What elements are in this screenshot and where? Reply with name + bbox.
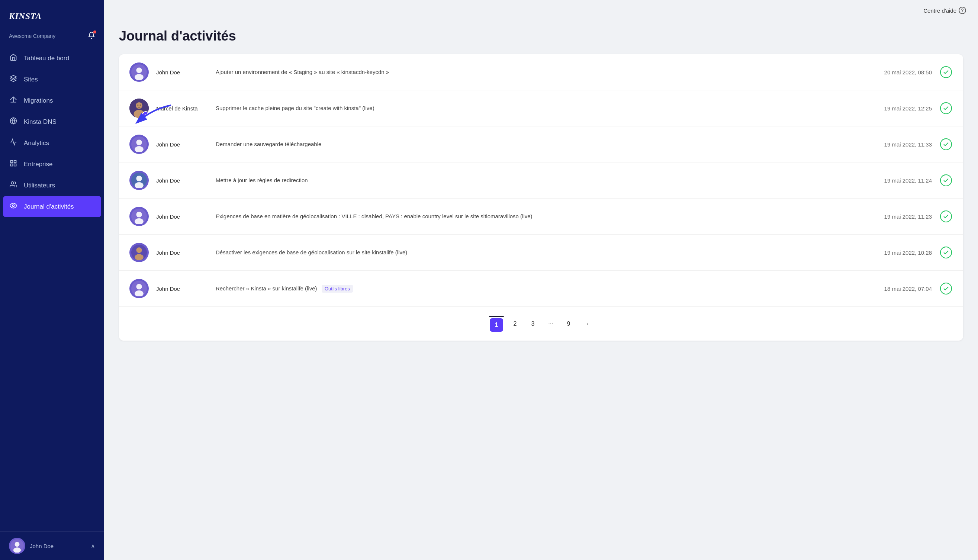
- log-status: [939, 174, 953, 186]
- nav-item-dns[interactable]: Kinsta DNS: [0, 111, 104, 132]
- log-row: K Marcel de Kinsta Supprimer le cache pl…: [119, 90, 963, 127]
- nav-label-dns: Kinsta DNS: [24, 118, 57, 126]
- log-tag: Outils libres: [322, 285, 353, 293]
- log-status: [939, 138, 953, 150]
- success-icon: [940, 210, 952, 222]
- log-status: [939, 210, 953, 222]
- svg-rect-2: [11, 161, 13, 163]
- success-icon: [940, 247, 952, 258]
- nav-item-migrations[interactable]: Migrations: [0, 90, 104, 111]
- log-row: John Doe Rechercher « Kinsta » sur kinst…: [119, 271, 963, 307]
- svg-point-17: [137, 105, 138, 106]
- page-ellipsis: ···: [544, 317, 557, 330]
- svg-point-31: [135, 254, 143, 260]
- logo: KINSTA: [9, 10, 46, 24]
- svg-point-7: [13, 205, 15, 207]
- log-username: John Doe: [156, 286, 208, 292]
- footer-user[interactable]: John Doe: [9, 538, 53, 554]
- log-description: Demander une sauvegarde téléchargeable: [216, 140, 858, 149]
- svg-point-21: [136, 140, 142, 145]
- kinsta-badge: K: [142, 111, 149, 118]
- analytics-icon: [9, 138, 18, 148]
- svg-text:KINSTA: KINSTA: [9, 11, 42, 21]
- nav-item-analytics[interactable]: Analytics: [0, 132, 104, 153]
- success-icon: [940, 102, 952, 114]
- log-row: John Doe Ajouter un environnement de « S…: [119, 54, 963, 90]
- page-btn-3[interactable]: 3: [526, 317, 540, 330]
- nav-label-migrations: Migrations: [24, 97, 53, 105]
- log-status: [939, 247, 953, 258]
- log-status: [939, 66, 953, 78]
- log-row: John Doe Demander une sauvegarde télécha…: [119, 127, 963, 162]
- chevron-up-icon[interactable]: ∧: [91, 543, 95, 550]
- page-btn-9[interactable]: 9: [562, 317, 575, 330]
- log-description: Ajouter un environnement de « Staging » …: [216, 68, 858, 77]
- nav-item-sites[interactable]: Sites: [0, 69, 104, 90]
- migration-icon: [9, 96, 18, 105]
- current-user-name: John Doe: [30, 543, 53, 549]
- user-avatar: [129, 243, 149, 262]
- svg-rect-3: [14, 161, 17, 163]
- svg-point-9: [15, 542, 20, 547]
- sidebar-footer: John Doe ∧: [0, 532, 104, 560]
- activity-log-card: John Doe Ajouter un environnement de « S…: [119, 54, 963, 341]
- user-avatar: [129, 207, 149, 226]
- success-icon: [940, 66, 952, 78]
- nav-item-utilisateurs[interactable]: Utilisateurs: [0, 175, 104, 196]
- building-icon: [9, 160, 18, 169]
- log-date: 19 mai 2022, 10:28: [865, 250, 932, 256]
- nav-label-analytics: Analytics: [24, 140, 49, 147]
- success-icon: [940, 283, 952, 295]
- log-description: Mettre à jour les règles de redirection: [216, 176, 858, 185]
- log-description: Désactiver les exigences de base de géol…: [216, 248, 858, 257]
- log-date: 19 mai 2022, 11:24: [865, 177, 932, 184]
- main-area: Centre d'aide ? Journal d'activités John…: [104, 0, 978, 560]
- log-date: 20 mai 2022, 08:50: [865, 69, 932, 75]
- user-avatar: [129, 135, 149, 154]
- nav-item-entreprise[interactable]: Entreprise: [0, 153, 104, 175]
- nav-label-tableau: Tableau de bord: [24, 55, 69, 62]
- svg-point-12: [136, 67, 142, 73]
- notification-dot: [93, 30, 96, 33]
- log-username: Marcel de Kinsta: [156, 105, 208, 112]
- log-description: Rechercher « Kinsta » sur kinstalife (li…: [216, 285, 858, 293]
- help-link[interactable]: Centre d'aide ?: [923, 7, 966, 14]
- svg-point-33: [136, 284, 142, 289]
- users-icon: [9, 181, 18, 190]
- nav-label-entreprise: Entreprise: [24, 161, 52, 168]
- eye-icon: [9, 202, 18, 211]
- log-date: 19 mai 2022, 11:23: [865, 213, 932, 220]
- page-btn-1[interactable]: 1: [490, 318, 503, 332]
- page-btn-2[interactable]: 2: [508, 317, 522, 330]
- svg-point-30: [136, 247, 142, 253]
- current-user-avatar: [9, 538, 25, 554]
- log-date: 18 mai 2022, 07:04: [865, 286, 932, 292]
- topbar: Centre d'aide ?: [104, 0, 978, 21]
- svg-rect-4: [11, 164, 13, 166]
- pagination: 1 2 3 ··· 9 →: [119, 307, 963, 341]
- user-avatar: [129, 279, 149, 298]
- layers-icon: [9, 75, 18, 84]
- dns-icon: [9, 117, 18, 127]
- success-icon: [940, 174, 952, 186]
- page-title: Journal d'activités: [119, 28, 963, 44]
- svg-marker-1: [10, 75, 17, 78]
- home-icon: [9, 53, 18, 63]
- sidebar-header: KINSTA: [0, 0, 104, 32]
- svg-rect-5: [14, 164, 17, 166]
- page-underline: [489, 316, 504, 317]
- log-username: John Doe: [156, 141, 208, 148]
- notification-bell[interactable]: [88, 32, 95, 40]
- log-date: 19 mai 2022, 11:33: [865, 141, 932, 148]
- nav-item-tableau[interactable]: Tableau de bord: [0, 48, 104, 69]
- company-row: Awesome Company: [0, 32, 104, 48]
- sidebar: KINSTA Awesome Company Tableau de bord S…: [0, 0, 104, 560]
- svg-point-6: [11, 182, 14, 185]
- nav-item-journal[interactable]: Journal d'activités: [3, 196, 101, 217]
- log-status: [939, 102, 953, 114]
- svg-point-18: [140, 105, 141, 106]
- content-area: Journal d'activités John Doe Ajouter un …: [104, 21, 978, 355]
- svg-point-24: [136, 175, 142, 181]
- user-avatar: K: [129, 98, 149, 118]
- page-next[interactable]: →: [580, 317, 593, 330]
